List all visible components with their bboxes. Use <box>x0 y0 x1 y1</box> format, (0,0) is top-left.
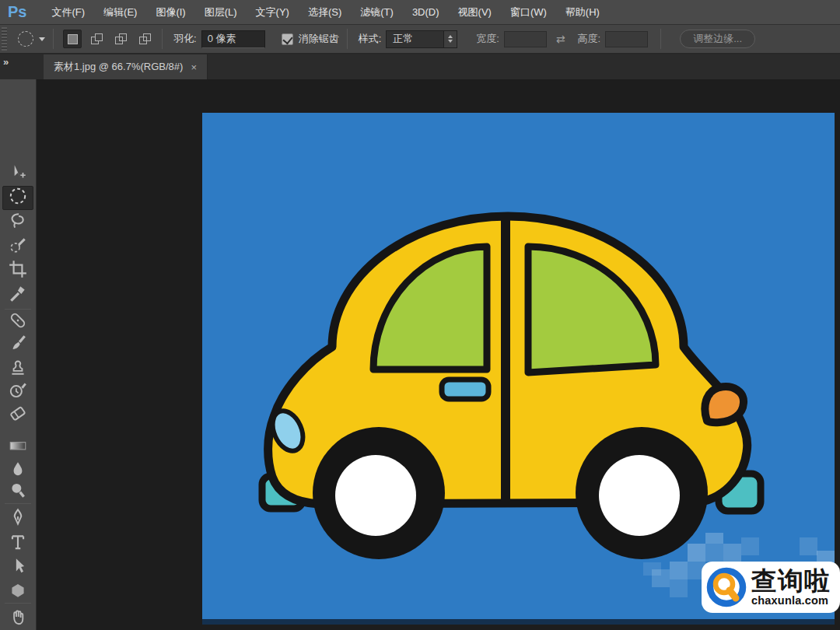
intersect-selection-button[interactable] <box>135 30 154 48</box>
separator <box>347 29 348 49</box>
tab-close-icon[interactable]: × <box>191 61 197 73</box>
type-tool[interactable] <box>8 532 28 552</box>
swap-dimensions-icon[interactable]: ⇄ <box>556 33 565 45</box>
move-tool[interactable] <box>8 163 28 183</box>
height-input[interactable] <box>605 31 648 47</box>
gradient-tool[interactable] <box>8 436 28 456</box>
watermark-brand: 查询啦 <box>751 569 831 594</box>
options-grip[interactable] <box>2 27 7 51</box>
subtract-selection-button[interactable] <box>111 30 130 48</box>
chaxunla-logo-icon <box>705 565 749 609</box>
lasso-tool[interactable] <box>8 211 28 231</box>
pen-tool[interactable] <box>8 507 28 527</box>
width-input[interactable] <box>504 31 547 47</box>
history-brush-tool[interactable] <box>8 380 28 401</box>
separator <box>273 29 274 49</box>
document-tab-title: 素材1.jpg @ 66.7%(RGB/8#) <box>54 60 183 74</box>
separator <box>53 29 54 49</box>
shape-tool[interactable] <box>8 580 28 600</box>
document-tab-bar: » 素材1.jpg @ 66.7%(RGB/8#) × <box>0 54 840 79</box>
watermark-domain: chaxunla.com <box>751 595 831 607</box>
toolbar-collapse-icon[interactable]: » <box>3 56 7 68</box>
menu-help[interactable]: 帮助(H) <box>556 0 609 25</box>
antialias-checkbox[interactable] <box>282 33 293 45</box>
tools-panel <box>0 79 37 630</box>
separator <box>162 29 163 49</box>
feather-label: 羽化: <box>173 32 197 46</box>
spinner-icon[interactable] <box>443 31 457 47</box>
crop-tool[interactable] <box>8 259 28 279</box>
toolbar-separator <box>5 309 31 310</box>
antialias-label: 消除锯齿 <box>299 32 339 46</box>
intersect-selection-icon <box>139 33 151 45</box>
toolbar-separator <box>5 503 31 504</box>
menu-edit[interactable]: 编辑(E) <box>94 0 146 25</box>
height-label: 高度: <box>578 32 601 46</box>
photo-bottom-strip <box>202 619 835 625</box>
width-label: 宽度: <box>476 32 499 46</box>
eyedropper-tool[interactable] <box>8 284 28 304</box>
elliptical-marquee-icon <box>18 31 33 47</box>
new-selection-icon <box>68 34 78 44</box>
document-canvas[interactable]: 查询啦 chaxunla.com <box>202 113 835 625</box>
menu-file[interactable]: 文件(F) <box>42 0 94 25</box>
car-door-handle <box>442 380 488 399</box>
menu-type[interactable]: 文字(Y) <box>247 0 299 25</box>
elliptical-marquee-tool[interactable] <box>8 186 28 206</box>
menu-select[interactable]: 选择(S) <box>299 0 351 25</box>
menu-image[interactable]: 图像(I) <box>146 0 194 25</box>
car-rear-hub <box>599 455 680 536</box>
car-taillight <box>705 387 744 422</box>
photoshop-logo: Ps <box>8 3 26 21</box>
clone-stamp-tool[interactable] <box>8 357 28 377</box>
menu-bar: Ps 文件(F) 编辑(E) 图像(I) 图层(L) 文字(Y) 选择(S) 滤… <box>0 0 840 25</box>
menu-window[interactable]: 窗口(W) <box>501 0 556 25</box>
blur-tool[interactable] <box>8 459 28 479</box>
new-selection-button[interactable] <box>63 30 82 48</box>
style-label: 样式: <box>359 32 382 46</box>
brush-tool[interactable] <box>8 334 28 354</box>
watermark-badge: 查询啦 chaxunla.com <box>702 562 840 613</box>
options-bar: 羽化: 0 像素 消除锯齿 样式: 正常 宽度: ⇄ 高度: 调整边缘... <box>0 25 840 54</box>
refine-edge-button[interactable]: 调整边缘... <box>680 30 755 48</box>
add-selection-icon <box>91 33 103 45</box>
separator <box>660 29 661 49</box>
menu-3d[interactable]: 3D(D) <box>403 0 449 25</box>
feather-input[interactable]: 0 像素 <box>201 30 265 48</box>
menu-filter[interactable]: 滤镜(T) <box>351 0 403 25</box>
spot-healing-tool[interactable] <box>8 310 28 331</box>
document-tab[interactable]: 素材1.jpg @ 66.7%(RGB/8#) × <box>44 54 208 79</box>
eraser-tool[interactable] <box>8 403 28 423</box>
quick-selection-tool[interactable] <box>8 235 28 255</box>
path-selection-tool[interactable] <box>8 556 28 576</box>
tool-preset-picker[interactable] <box>18 31 45 47</box>
chevron-down-icon <box>39 37 45 41</box>
menu-view[interactable]: 视图(V) <box>449 0 501 25</box>
subtract-selection-icon <box>115 33 127 45</box>
car-front-hub <box>335 455 416 536</box>
menu-items: 文件(F) 编辑(E) 图像(I) 图层(L) 文字(Y) 选择(S) 滤镜(T… <box>42 0 608 25</box>
menu-layer[interactable]: 图层(L) <box>195 0 247 25</box>
style-select[interactable]: 正常 <box>386 30 457 48</box>
car-illustration <box>202 113 835 625</box>
hand-tool[interactable] <box>8 607 28 627</box>
dodge-tool[interactable] <box>8 480 28 500</box>
toolbar-separator <box>5 603 31 604</box>
add-selection-button[interactable] <box>87 30 106 48</box>
